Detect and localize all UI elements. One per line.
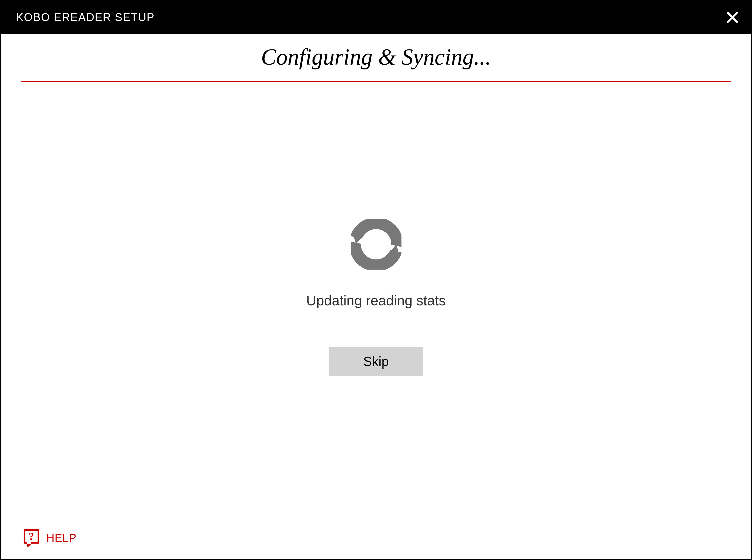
svg-text:?: ? [29,531,34,542]
sync-status-area: Updating reading stats Skip [1,82,751,559]
help-button[interactable]: ? HELP [24,529,77,546]
heading-area: Configuring & Syncing... [1,34,751,82]
close-icon [726,11,739,24]
titlebar: KOBO EREADER SETUP [1,1,751,34]
sync-icon [343,211,409,277]
help-label: HELP [46,532,77,544]
skip-button[interactable]: Skip [329,347,423,376]
status-text: Updating reading stats [306,293,446,308]
svg-point-4 [355,223,397,265]
content-area: Configuring & Syncing... [1,34,751,559]
help-icon: ? [24,529,39,546]
page-heading: Configuring & Syncing... [21,44,731,81]
window-title: KOBO EREADER SETUP [16,11,155,24]
setup-window: KOBO EREADER SETUP Configuring & Syncing… [0,0,752,560]
close-button[interactable] [724,8,741,26]
